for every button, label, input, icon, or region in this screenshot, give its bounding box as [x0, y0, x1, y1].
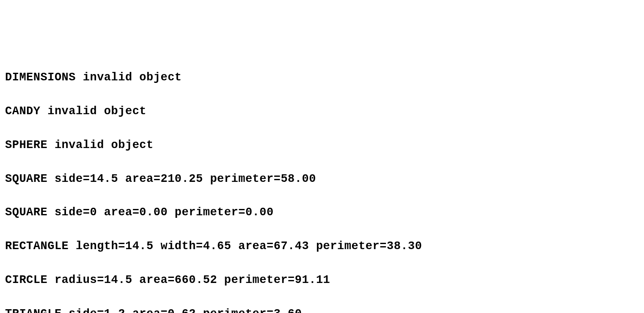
- console-line: CANDY invalid object: [5, 103, 639, 120]
- console-line: SQUARE side=14.5 area=210.25 perimeter=5…: [5, 171, 639, 188]
- console-line: RECTANGLE length=14.5 width=4.65 area=67…: [5, 238, 639, 255]
- console-line: DIMENSIONS invalid object: [5, 69, 639, 86]
- console-line: SQUARE side=0 area=0.00 perimeter=0.00: [5, 204, 639, 221]
- console-line: SPHERE invalid object: [5, 137, 639, 154]
- console-line: CIRCLE radius=14.5 area=660.52 perimeter…: [5, 272, 639, 289]
- console-line: TRIANGLE side=1.2 area=0.62 perimeter=3.…: [5, 306, 639, 313]
